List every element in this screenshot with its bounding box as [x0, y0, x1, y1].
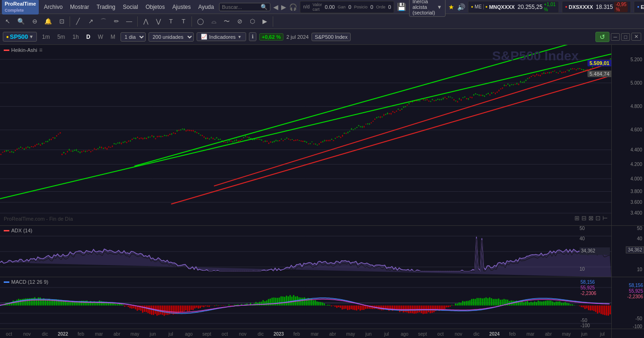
tf-1h[interactable]: 1h [70, 33, 81, 41]
zoom-tool[interactable]: 🔍 [14, 15, 28, 28]
menu-objetos[interactable]: Objetos [143, 3, 167, 11]
save-button[interactable]: 💾 [397, 2, 406, 11]
symbol-select-wrapper[interactable]: ● SP500 ▼ [3, 32, 37, 42]
line-tool[interactable]: ╱ [72, 15, 84, 28]
val3: 0 [370, 4, 373, 10]
y-axis-label: 4.600 [630, 127, 642, 132]
index-label: S&P500 Index [311, 33, 351, 41]
horizontal-tool[interactable]: — [123, 15, 135, 28]
yellow-star-icon[interactable]: ★ [448, 3, 454, 11]
rect-tool[interactable]: ⊡ [56, 15, 67, 28]
macd-value-label: 55,925 [629, 288, 643, 294]
audio-icon[interactable]: 🎧 [289, 3, 297, 11]
heikin-settings-icon[interactable]: ≡ [39, 47, 42, 53]
adx-panel[interactable]: ADX (14) [0, 226, 611, 277]
sym-close[interactable]: ✕ [631, 33, 641, 41]
indicators-button[interactable]: 📈 Indicadores ▼ [197, 32, 246, 41]
period-select[interactable]: 1 dia [120, 32, 146, 42]
chart-icon-1[interactable]: ⊞ [574, 215, 580, 222]
me-price: 20.255,25 [517, 4, 542, 10]
pencil-tool[interactable]: ✏ [111, 15, 122, 28]
search-icon[interactable]: 🔍 [261, 4, 268, 10]
nav-forward-icon[interactable]: ▶ [281, 3, 286, 11]
y-axis-xaxis [612, 329, 644, 338]
y-axis-label: 3.400 [630, 210, 642, 215]
me-change: +1,01 % [544, 2, 556, 12]
cursor-tool[interactable]: ↖ [2, 15, 13, 28]
y-axis-label: 3.600 [630, 199, 642, 204]
macd-value-label: 58,156 [629, 283, 643, 288]
wave-tool[interactable]: 〜 [221, 15, 233, 28]
inertia-dropdown[interactable]: Inercia alcista (sectorial) ▼ [409, 0, 445, 17]
instrument-eur[interactable]: ● EURUSD 1.0748 +0,10 % [634, 1, 644, 13]
adx-canvas [0, 226, 611, 277]
adx-y-label: 50 [637, 226, 642, 231]
tf-5m[interactable]: 5m [55, 33, 68, 41]
orde-label: Orde [376, 5, 385, 9]
pct-change-badge: +0,62 % [259, 33, 284, 41]
channel-tool[interactable]: ⋀ [140, 15, 151, 28]
instrument-me[interactable]: ● ME ● MNQXXXX 20.255,25 +1,01 % [468, 1, 559, 13]
symbol-bar: ● SP500 ▼ 1m 5m 1h D W M 1 dia 200 unida… [0, 29, 644, 45]
y-axis-label: 4.200 [630, 161, 642, 166]
chart-action-icons: ⊞ ⊟ ⊠ ⊡ ⊢ [574, 215, 608, 222]
y-axis-label: 5.200 [630, 57, 642, 62]
chart-icon-2[interactable]: ⊟ [581, 215, 587, 222]
more-tools[interactable]: ▶ [259, 15, 270, 28]
menu-mostrar[interactable]: Mostrar [68, 3, 92, 11]
arrow-tool[interactable]: ↗ [85, 15, 96, 28]
instrument-dxs[interactable]: ● DXSXXXX 18.315 -0,95 % [562, 1, 631, 13]
y-axis-label: 4.800 [630, 104, 642, 109]
menu-ajustes[interactable]: Ajustes [170, 3, 193, 11]
menu-social[interactable]: Social [120, 3, 141, 11]
drawing-toolbar: ↖ 🔍 ⊖ 🔔 ⊡ ╱ ↗ ⌒ ✏ — ⋀ ⋁ T T ◯ ⌓ 〜 ⊘ ⬡ ▶ [0, 14, 644, 29]
symbol-name: SP500 [10, 33, 28, 40]
search-box[interactable]: 🔍 [219, 3, 270, 11]
y-axis-panel: 5.2005.0004.8004.6004.4004.2004.0003.800… [611, 45, 644, 338]
curve-tool[interactable]: ⌒ [98, 15, 109, 28]
chart-icon-4[interactable]: ⊡ [595, 215, 601, 222]
dxs-price: 18.315 [596, 4, 613, 10]
menu-archivo[interactable]: Archivo [42, 3, 65, 11]
main-chart[interactable]: S&P500 Index Heikin-Ashi ≡ 5.509,01 5.48… [0, 45, 611, 226]
sym-minimize[interactable]: ─ [611, 33, 620, 41]
macd-label: MACD (12 26 9) [11, 279, 48, 285]
y-axis-label: 5.000 [630, 80, 642, 86]
indicators-chart-icon: 📈 [201, 34, 207, 40]
ellipse-tool[interactable]: ◯ [194, 15, 207, 28]
pattern-tool[interactable]: ⬡ [247, 15, 258, 28]
units-select[interactable]: 200 unidades [149, 32, 194, 42]
sym-maximize[interactable]: □ [621, 33, 630, 41]
adx-color-bar [4, 230, 9, 231]
chart-icon-3[interactable]: ⊠ [588, 215, 594, 222]
text2-tool[interactable]: T [178, 15, 189, 28]
macd-canvas [0, 277, 611, 329]
tf-w[interactable]: W [95, 33, 105, 41]
adx-label: ADX (14) [11, 228, 32, 233]
arc-tool[interactable]: ⌓ [208, 15, 219, 28]
text-tool[interactable]: T [165, 15, 177, 28]
heikin-color-bar [4, 50, 9, 51]
search-input[interactable] [222, 4, 259, 10]
info-icon[interactable]: ℹ [249, 32, 256, 41]
refresh-button[interactable]: ↺ [595, 32, 609, 42]
chart-date: 2 jul 2024 [286, 34, 309, 40]
tf-d[interactable]: D [84, 33, 93, 41]
chart-icon-5[interactable]: ⊢ [602, 215, 608, 222]
status-area: n/d Valor cart 0.00 Gan 0 Posicio 0 Orde… [300, 1, 394, 13]
logo[interactable]: ProRealTime Complete [2, 0, 39, 14]
macd-panel[interactable]: MACD (12 26 9) [0, 277, 611, 329]
bell-tool[interactable]: 🔔 [42, 15, 55, 28]
menu-trading[interactable]: Trading [94, 3, 118, 11]
volume-icon[interactable]: 🔊 [457, 3, 465, 11]
toolbar-separator-2 [137, 16, 138, 27]
zoom-out-tool[interactable]: ⊖ [29, 15, 40, 28]
channel2-tool[interactable]: ⋁ [153, 15, 164, 28]
tf-1m[interactable]: 1m [40, 33, 52, 41]
tf-m[interactable]: M [108, 33, 118, 41]
menu-ayuda[interactable]: Ayuda [196, 3, 216, 11]
fib-tool[interactable]: ⊘ [234, 15, 245, 28]
nav-back-icon[interactable]: ◀ [273, 3, 278, 11]
top-menu-bar: ProRealTime Complete Archivo Mostrar Tra… [0, 0, 644, 14]
toolbar-separator-1 [70, 16, 70, 27]
